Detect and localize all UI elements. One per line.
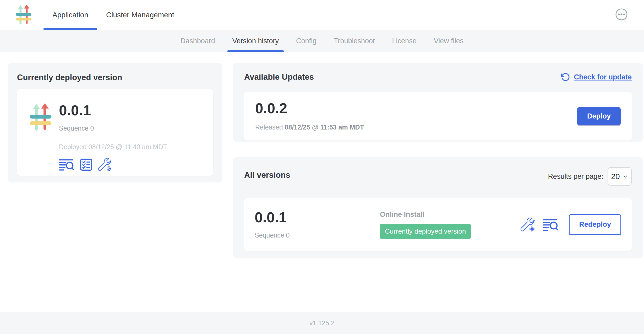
tab-dashboard[interactable]: Dashboard	[172, 30, 224, 52]
tab-cluster-management-label: Cluster Management	[106, 11, 174, 19]
results-per-page-label: Results per page:	[548, 173, 603, 181]
deployed-version-actions	[59, 158, 167, 171]
tab-version-history-label: Version history	[232, 37, 279, 45]
overflow-menu-button[interactable]	[615, 8, 628, 21]
update-released-timestamp: Released 08/12/25 @ 11:53 am MDT	[255, 123, 364, 131]
update-details: 0.0.2 Released 08/12/25 @ 11:53 am MDT	[255, 101, 364, 131]
app-logo-small	[29, 103, 53, 132]
preflight-checks-icon	[80, 158, 92, 171]
all-versions-card: All versions Results per page: 20 0.0.1 …	[233, 157, 643, 258]
app-logo-icon	[15, 4, 32, 26]
deployed-timestamp: Deployed 08/12/25 @ 11:40 am MDT	[59, 143, 167, 151]
row-version-number: 0.0.1	[255, 210, 380, 225]
tab-version-history[interactable]: Version history	[224, 30, 287, 52]
ellipsis-menu-icon	[615, 8, 628, 21]
config-button[interactable]	[521, 218, 535, 232]
currently-deployed-badge: Currently deployed version	[380, 224, 471, 239]
tab-config[interactable]: Config	[287, 30, 325, 52]
tab-config-label: Config	[296, 37, 316, 45]
tab-view-files-label: View files	[434, 37, 464, 45]
tab-troubleshoot-label: Troubleshoot	[334, 37, 375, 45]
released-label: Released	[255, 123, 283, 131]
results-per-page-value: 20	[611, 172, 620, 181]
version-row-actions: Redeploy	[521, 214, 621, 235]
tab-application[interactable]: Application	[43, 0, 97, 30]
app-header: Application Cluster Management	[0, 0, 644, 30]
tab-application-label: Application	[52, 11, 88, 19]
release-notes-button[interactable]	[543, 218, 558, 231]
row-sequence: Sequence 0	[255, 231, 380, 239]
config-icon	[98, 158, 111, 171]
version-row-info: 0.0.1 Sequence 0	[255, 210, 380, 239]
tab-license-label: License	[392, 37, 417, 45]
tab-cluster-management[interactable]: Cluster Management	[97, 0, 183, 30]
app-footer: v1.125.2	[0, 312, 644, 334]
redeploy-button[interactable]: Redeploy	[569, 214, 621, 235]
tab-view-files[interactable]: View files	[425, 30, 472, 52]
refresh-icon	[561, 72, 570, 82]
deploy-button[interactable]: Deploy	[577, 107, 621, 125]
header-tabs: Application Cluster Management	[43, 0, 183, 30]
check-for-update-label: Check for update	[574, 73, 632, 81]
deployed-sequence: Sequence 0	[59, 125, 167, 132]
app-logo-icon	[29, 103, 53, 132]
release-notes-button[interactable]	[59, 158, 74, 171]
app-logo	[15, 4, 32, 26]
deployed-version-details: 0.0.1 Sequence 0 Deployed 08/12/25 @ 11:…	[59, 96, 167, 169]
version-row: 0.0.1 Sequence 0 Online Install Currentl…	[244, 198, 632, 251]
tab-dashboard-label: Dashboard	[181, 37, 215, 45]
results-per-page: Results per page: 20	[548, 167, 632, 186]
release-notes-icon	[543, 218, 558, 231]
currently-deployed-version-panel: 0.0.1 Sequence 0 Deployed 08/12/25 @ 11:…	[17, 89, 213, 176]
available-updates-title: Available Updates	[244, 72, 314, 82]
release-notes-icon	[59, 158, 74, 171]
tab-license[interactable]: License	[384, 30, 425, 52]
check-for-update-link[interactable]: Check for update	[561, 72, 632, 82]
all-versions-title: All versions	[244, 170, 290, 180]
chevron-down-icon	[623, 174, 628, 179]
update-version-number: 0.0.2	[255, 101, 364, 116]
released-date: 08/12/25 @ 11:53 am MDT	[285, 123, 364, 131]
available-update-row: 0.0.2 Released 08/12/25 @ 11:53 am MDT D…	[244, 92, 632, 141]
install-type-label: Online Install	[380, 211, 471, 219]
config-button[interactable]	[98, 158, 111, 171]
version-row-status: Online Install Currently deployed versio…	[380, 211, 471, 239]
tab-troubleshoot[interactable]: Troubleshoot	[325, 30, 384, 52]
preflight-checks-button[interactable]	[80, 158, 92, 171]
currently-deployed-card: Currently deployed version 0.0.1 Sequenc…	[8, 63, 222, 182]
results-per-page-select[interactable]: 20	[608, 167, 632, 186]
currently-deployed-title: Currently deployed version	[17, 73, 213, 82]
available-updates-card: Available Updates Check for update 0.0.2…	[233, 63, 643, 142]
app-subnav: Dashboard Version history Config Trouble…	[0, 30, 644, 52]
console-version: v1.125.2	[309, 319, 335, 327]
deployed-version-number: 0.0.1	[59, 103, 167, 118]
config-icon	[521, 218, 535, 232]
